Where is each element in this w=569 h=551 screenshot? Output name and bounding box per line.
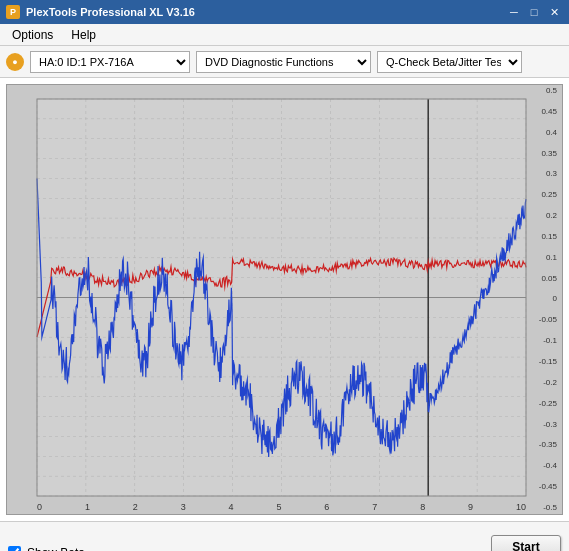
chart-canvas [7, 85, 562, 514]
show-beta-row: Show Beta [8, 546, 86, 552]
x-tick: 8 [420, 502, 425, 512]
x-tick: 0 [37, 502, 42, 512]
x-tick: 1 [85, 502, 90, 512]
menu-options[interactable]: Options [4, 26, 61, 44]
x-axis-labels: 012345678910 [37, 502, 526, 512]
x-tick: 4 [229, 502, 234, 512]
title-bar-left: P PlexTools Professional XL V3.16 [6, 5, 195, 19]
x-tick: 6 [324, 502, 329, 512]
app-icon: P [6, 5, 20, 19]
bottom-left: Show Beta Show Jitter [8, 546, 86, 552]
x-tick: 10 [516, 502, 526, 512]
menu-help[interactable]: Help [63, 26, 104, 44]
show-beta-checkbox[interactable] [8, 546, 21, 551]
minimize-button[interactable]: ─ [505, 4, 523, 20]
test-select[interactable]: Q-Check Beta/Jitter Test [377, 51, 522, 73]
show-beta-label: Show Beta [27, 546, 85, 552]
x-tick: 2 [133, 502, 138, 512]
window-controls[interactable]: ─ □ ✕ [505, 4, 563, 20]
x-tick: 5 [276, 502, 281, 512]
start-button[interactable]: Start [491, 535, 561, 552]
toolbar: ● HA:0 ID:1 PX-716A DVD Diagnostic Funct… [0, 46, 569, 78]
function-select[interactable]: DVD Diagnostic Functions [196, 51, 371, 73]
drive-select[interactable]: HA:0 ID:1 PX-716A [30, 51, 190, 73]
x-tick: 7 [372, 502, 377, 512]
close-button[interactable]: ✕ [545, 4, 563, 20]
bottom-bar: Show Beta Show Jitter LSN: 4173824 Start… [0, 521, 569, 551]
chart-container: High Low 0.50.450.40.350.30.250.20.150.1… [6, 84, 563, 515]
bottom-right: Start Preferences i [448, 535, 561, 552]
main-content: High Low 0.50.450.40.350.30.250.20.150.1… [0, 78, 569, 521]
x-tick: 9 [468, 502, 473, 512]
title-bar: P PlexTools Professional XL V3.16 ─ □ ✕ [0, 0, 569, 24]
maximize-button[interactable]: □ [525, 4, 543, 20]
drive-icon: ● [6, 53, 24, 71]
window-title: PlexTools Professional XL V3.16 [26, 6, 195, 18]
x-tick: 3 [181, 502, 186, 512]
menu-bar: Options Help [0, 24, 569, 46]
